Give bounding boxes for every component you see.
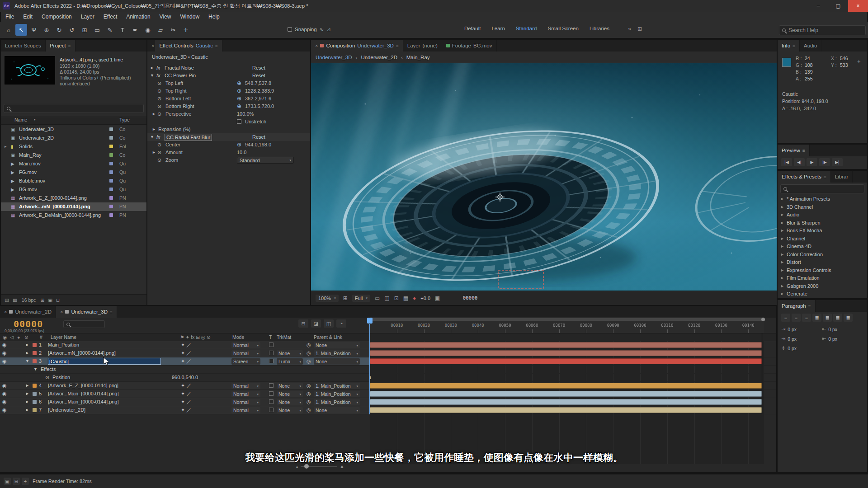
workspace-tab-default[interactable]: Default xyxy=(459,26,486,31)
effect-row-bottom-left[interactable]: ⊙Bottom Left⊕362.2,971.6 xyxy=(147,95,310,103)
expander-icon[interactable]: ► xyxy=(780,290,784,298)
menu-layer[interactable]: Layer xyxy=(76,12,99,22)
effect-row-top-right[interactable]: ⊙Top Right⊕1228.2,383.9 xyxy=(147,87,310,95)
puppet-pin-tool[interactable]: ✛ xyxy=(180,24,192,36)
workspace-tab-standard[interactable]: Standard xyxy=(510,26,542,31)
layer-blend-mode-select[interactable]: Normal▾ xyxy=(231,407,260,413)
expander-icon[interactable]: ► xyxy=(780,282,784,291)
expander-icon[interactable]: ► xyxy=(780,203,784,211)
layer-color-chip[interactable] xyxy=(33,343,37,347)
folder-expander-icon[interactable]: ▸ xyxy=(5,142,7,151)
panel-menu-icon[interactable]: ≡ xyxy=(68,43,71,48)
workspace-tab-libraries[interactable]: Libraries xyxy=(584,26,615,31)
tab-info[interactable]: Info≡ xyxy=(778,40,800,52)
layer-switches[interactable]: ✦ ／ xyxy=(181,341,217,349)
param-value[interactable]: 362.2,971.6 xyxy=(245,95,271,103)
layer-parent-select[interactable]: None▾ xyxy=(314,342,360,348)
zoom-slider[interactable] xyxy=(301,466,337,467)
ruler-tick-label[interactable]: 00140 xyxy=(742,323,755,328)
play-button[interactable]: ▶ xyxy=(807,158,817,166)
param-value[interactable]: 10.0 xyxy=(237,149,246,156)
layer-duration-bar[interactable] xyxy=(370,407,762,413)
effects-category-blur-sharpen[interactable]: ►Blur & Sharpen xyxy=(778,219,867,227)
hand-tool[interactable]: Ψ xyxy=(28,24,40,36)
label-color-chip[interactable] xyxy=(109,213,113,217)
snap-features-icon[interactable]: ⊿ xyxy=(326,26,331,33)
layer-duration-bar[interactable] xyxy=(370,358,762,364)
layer-trkmat-select[interactable]: Luma▾ xyxy=(277,358,303,365)
tab-libraries-partial[interactable]: Librar xyxy=(831,171,853,183)
lock-column-icon[interactable]: ⊘ xyxy=(24,333,28,341)
label-color-chip[interactable] xyxy=(109,179,113,183)
shape-tool[interactable]: ▭ xyxy=(91,24,103,36)
layer-expander-icon[interactable]: ► xyxy=(25,349,31,357)
layer-parent-select[interactable]: None▾ xyxy=(314,407,360,413)
clone-stamp-tool[interactable]: ◉ xyxy=(142,24,154,36)
flowchart-icon[interactable]: ✦ xyxy=(22,478,29,485)
column-type[interactable]: Type xyxy=(119,117,130,122)
panel-close[interactable]: × xyxy=(147,40,155,52)
stopwatch-icon[interactable]: ⊙ xyxy=(157,110,161,118)
project-item[interactable]: ▣Underwater_3DCo xyxy=(1,125,146,134)
layer-trkmat-select[interactable]: None▾ xyxy=(277,383,303,389)
point-control-icon[interactable]: ⊕ xyxy=(237,80,241,87)
last-frame-button[interactable]: ▶| xyxy=(832,158,843,166)
effect-row-center[interactable]: ⊙Center⊕944.0,198.0 xyxy=(147,141,310,149)
timeline-layer-row[interactable]: ◉▼3[Caustic]✦ ／Screen▾Luma▾◎None▾ xyxy=(0,357,776,366)
tab-footage-bg-mov[interactable]: FootageBG.mov xyxy=(442,40,497,52)
region-of-interest-icon[interactable]: ▭ xyxy=(375,295,380,301)
snapshot-camera-icon[interactable]: ▣ xyxy=(435,295,440,301)
proxy-icon[interactable]: ▦ xyxy=(13,297,17,303)
indent-right-field[interactable]: ⇤0 px xyxy=(822,326,856,332)
layer-duration-bar[interactable] xyxy=(370,391,762,397)
layer-parent-select[interactable]: 1. Main_Position▾ xyxy=(314,350,360,357)
project-item[interactable]: ▣Underwater_2DCo xyxy=(1,134,146,142)
param-value[interactable]: 1733.5,720.0 xyxy=(245,103,274,110)
ruler-tick-label[interactable]: 00070 xyxy=(553,323,565,328)
zoom-slider-knob[interactable] xyxy=(304,464,309,469)
timeline-layer-row[interactable]: ◉►5[Artwor...Main_[0000-0144].png]✦ ／Nor… xyxy=(0,390,776,398)
reset-button[interactable]: Reset xyxy=(252,72,265,80)
panel-menu-icon[interactable]: ≡ xyxy=(396,43,399,48)
effects-category-film-emulation[interactable]: ►Film Emulation xyxy=(778,274,867,282)
effect-name[interactable]: CC Radial Fast Blur xyxy=(165,134,212,141)
choose-grid-and-guides-icon[interactable]: ⊞ xyxy=(343,295,348,301)
property-group-expander-icon[interactable]: ▼ xyxy=(33,366,38,373)
show-channel-icon[interactable]: ● xyxy=(413,295,416,301)
stopwatch-icon[interactable]: ⊙ xyxy=(157,80,161,87)
layer-name[interactable]: [Artwork_E_Z_[0000-0144].png] xyxy=(48,382,161,389)
project-item[interactable]: ▶Bubble.movQu xyxy=(1,177,146,185)
delete-icon[interactable]: ⊔ xyxy=(56,297,60,303)
effects-category-cinema-4d[interactable]: ►Cinema 4D xyxy=(778,243,867,251)
stopwatch-icon[interactable]: ⊙ xyxy=(157,95,161,103)
solo-column-icon[interactable]: ● xyxy=(17,333,20,341)
expander-icon[interactable]: ► xyxy=(152,149,156,156)
justify-last-center-button[interactable]: ≣ xyxy=(823,314,832,322)
panel-menu-icon[interactable]: ≡ xyxy=(215,43,218,48)
interpret-footage-icon[interactable]: ▤ xyxy=(5,297,9,303)
project-item[interactable]: ▶BG.movQu xyxy=(1,185,146,194)
effects-category-distort[interactable]: ►Distort xyxy=(778,258,867,267)
tab-preview[interactable]: Preview≡ xyxy=(778,145,810,156)
expander-icon[interactable]: ► xyxy=(152,110,156,118)
effect-row-expansion[interactable]: ►Expansion (%) xyxy=(147,126,310,133)
layer-property-row[interactable]: ▼Effects xyxy=(0,366,776,374)
brush-tool[interactable]: ✒ xyxy=(129,24,141,36)
layer-trkmat-select[interactable]: None▾ xyxy=(277,391,303,397)
video-column-icon[interactable]: ◉ xyxy=(3,333,7,341)
effects-category-expression-controls[interactable]: ►Expression Controls xyxy=(778,267,867,275)
workspace-tab-learn[interactable]: Learn xyxy=(486,26,510,31)
layer-name[interactable]: [Underwater_2D] xyxy=(48,406,161,414)
layer-expander-icon[interactable]: ► xyxy=(25,406,31,414)
expander-icon[interactable]: ► xyxy=(780,211,784,219)
breadcrumb-main-ray[interactable]: Main_Ray xyxy=(406,55,430,60)
justify-all-button[interactable]: ≣ xyxy=(844,314,853,322)
label-color-chip[interactable] xyxy=(109,188,113,191)
effects-category-generate[interactable]: ►Generate xyxy=(778,290,867,298)
layer-trkmat-select[interactable]: None▾ xyxy=(277,350,303,357)
point-control-icon[interactable]: ⊕ xyxy=(237,95,241,103)
ruler-tick-label[interactable]: 00040 xyxy=(472,323,484,328)
label-color-chip[interactable] xyxy=(109,136,113,140)
panel-menu-icon[interactable]: ≡ xyxy=(802,148,805,153)
column-mode[interactable]: Mode xyxy=(232,333,244,341)
